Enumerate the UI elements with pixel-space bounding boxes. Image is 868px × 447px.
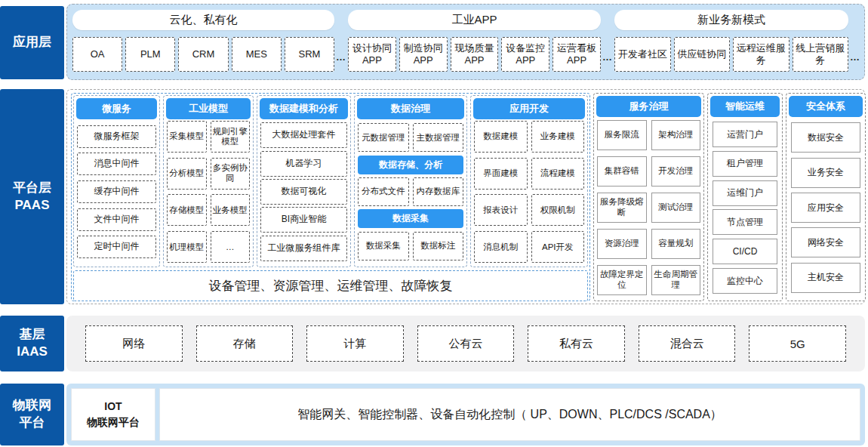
iaas-layer-label: 基层 IAAS: [0, 316, 64, 371]
paas-item: 数据建模: [474, 121, 528, 153]
app-layer-label: 应用层: [0, 6, 64, 79]
paas-item: 故障定界定位: [597, 265, 647, 295]
paas-item: 租户管理: [713, 151, 777, 177]
app-group-new-business: 新业务新模式 开发者社区 供应链协同 远程运维服务 线上营销服务: [614, 10, 848, 72]
app-layer-panel: 云化、私有化 OA PLM CRM MES SRM … 工业APP 设计协同AP…: [66, 4, 865, 80]
app-item: 现场质量APP: [451, 37, 499, 72]
paas-item: 报表设计: [474, 194, 528, 226]
iaas-layer-label-line1: 基层: [20, 326, 45, 344]
iot-layer-label-line2: 平台: [20, 415, 45, 432]
paas-item: …: [211, 231, 251, 263]
iot-platform-box-line2: 物联网平台: [87, 415, 140, 430]
app-layer-label-text: 应用层: [13, 34, 51, 51]
paas-item: 消息中间件: [77, 153, 156, 175]
paas-item: 元数据管理: [358, 123, 409, 152]
paas-item: 定时中间件: [77, 236, 156, 258]
data-collection-subheader: 数据采集: [358, 209, 463, 228]
paas-item: BI商业智能: [260, 207, 347, 233]
paas-item: 数据安全: [791, 122, 860, 153]
iaas-item: 5G: [749, 325, 846, 362]
column-security-header: 安全体系: [789, 96, 863, 117]
paas-item: 架构治理: [651, 120, 701, 150]
ellipsis: …: [334, 51, 348, 63]
app-group-cloud: 云化、私有化 OA PLM CRM MES SRM: [72, 10, 334, 72]
column-data-governance: 数据治理 元数据管理 主数据管理 数据存储、分析 分布式文件 内存数据库 数据采…: [354, 95, 467, 267]
app-item: 设备监控APP: [501, 37, 549, 72]
column-microservice-header: 微服务: [76, 98, 157, 119]
column-industrial-model-header: 工业模型: [166, 98, 251, 119]
paas-item: 界面建模: [474, 158, 528, 190]
paas-item: 服务限流: [597, 120, 647, 150]
column-industrial-model: 工业模型 采集模型 规则引擎模型 分析模型 多实例协同 存储模型 业务模型 机理…: [163, 95, 254, 267]
app-item: CRM: [178, 37, 228, 72]
paas-item: 运维门户: [713, 180, 777, 206]
paas-item: 数据标注: [413, 232, 464, 260]
app-item: 设计协同APP: [348, 37, 396, 72]
paas-item: 运营门户: [713, 122, 777, 147]
iaas-item: 公有云: [417, 325, 515, 362]
column-security: 安全体系 数据安全 业务安全 应用安全 网络安全 主机安全: [786, 93, 866, 301]
app-group-cloud-title: 云化、私有化: [72, 10, 334, 30]
column-data-governance-header: 数据治理: [357, 98, 464, 119]
paas-item: 存储模型: [167, 194, 207, 226]
iaas-item: 私有云: [528, 325, 625, 362]
app-item: SRM: [285, 37, 334, 72]
data-governance-row: 元数据管理 主数据管理: [358, 123, 463, 152]
paas-item: API开发: [531, 231, 585, 263]
paas-item: 文件中间件: [77, 208, 156, 231]
iaas-item: 网络: [85, 325, 183, 362]
data-governance-row: 数据采集 数据标注: [358, 232, 463, 260]
column-service-governance: 服务治理 服务限流 架构治理 集群容错 开发治理 服务降级熔断 测试治理 资源治…: [593, 93, 704, 301]
column-intelligent-ops: 智能运维 运营门户 租户管理 运维门户 节点管理 CI/CD 监控中心: [707, 93, 783, 301]
paas-item: 分布式文件: [358, 177, 409, 206]
app-group-industrial-app: 工业APP 设计协同APP 制造协同APP 现场质量APP 设备监控APP 运营…: [348, 10, 601, 72]
column-data-modeling-body: 大数据处理套件 机器学习 数据可视化 BI商业智能 工业微服务组件库: [260, 119, 348, 264]
paas-item: 工业微服务组件库: [260, 236, 347, 261]
iot-layer-panel: IOT 物联网平台 智能网关、智能控制器、设备自动化控制（ UP、DOWN、PL…: [66, 384, 865, 445]
paas-left-group: 微服务 微服务框架 消息中间件 缓存中间件 文件中间件 定时中间件 工业模型 采…: [71, 93, 590, 301]
paas-layer-panel: 微服务 微服务框架 消息中间件 缓存中间件 文件中间件 定时中间件 工业模型 采…: [66, 89, 865, 304]
paas-item: 生命周期管理: [651, 265, 701, 295]
iaas-item: 计算: [306, 325, 404, 362]
paas-item: 应用安全: [791, 193, 860, 223]
paas-item: 容量规划: [651, 229, 701, 259]
iot-description-box: 智能网关、智能控制器、设备自动化控制（ UP、DOWN、PLC/DCS /SCA…: [159, 388, 860, 441]
paas-columns: 微服务 微服务框架 消息中间件 缓存中间件 文件中间件 定时中间件 工业模型 采…: [73, 95, 588, 267]
paas-item: 消息机制: [474, 231, 528, 263]
paas-item: 监控中心: [713, 268, 777, 294]
app-item: 线上营销服务: [793, 37, 849, 72]
app-group-industrial-app-title: 工业APP: [348, 10, 601, 30]
app-group-cloud-items: OA PLM CRM MES SRM: [72, 37, 334, 72]
column-data-modeling: 数据建模和分析 大数据处理套件 机器学习 数据可视化 BI商业智能 工业微服务组…: [257, 95, 351, 267]
paas-item: 测试治理: [651, 193, 701, 223]
paas-item: 数据采集: [358, 232, 409, 260]
paas-item: 开发治理: [651, 156, 701, 187]
iaas-item: 存储: [196, 325, 294, 362]
data-governance-row: 分布式文件 内存数据库: [358, 177, 463, 206]
paas-item: 分析模型: [167, 158, 207, 190]
app-item: MES: [232, 37, 282, 72]
app-item: 远程运维服务: [733, 37, 790, 72]
column-intelligent-ops-header: 智能运维: [710, 96, 780, 117]
iot-layer-label: 物联网 平台: [0, 384, 64, 445]
iaas-layer-panel: 网络 存储 计算 公有云 私有云 混合云 5G: [66, 316, 865, 371]
paas-layer-label: 平台层 PAAS: [0, 89, 64, 304]
app-item: 开发者社区: [614, 37, 671, 72]
paas-layer-label-line1: 平台层: [13, 180, 51, 197]
app-group-new-business-title: 新业务新模式: [614, 10, 848, 30]
paas-layer-label-line2: PAAS: [15, 197, 50, 214]
paas-item: 采集模型: [167, 121, 207, 153]
column-app-dev-header: 应用开发: [473, 98, 585, 119]
iaas-layer-label-line2: IAAS: [17, 344, 48, 361]
paas-item: 机器学习: [260, 151, 347, 177]
column-app-dev-body: 数据建模 业务建模 界面建模 流程建模 报表设计 权限机制 消息机制 API开发: [473, 119, 585, 264]
paas-item: 集群容错: [597, 156, 647, 187]
paas-item: 机理模型: [167, 231, 207, 263]
paas-item: 规则引擎模型: [211, 121, 251, 153]
paas-item: 主机安全: [791, 263, 860, 293]
ellipsis: …: [848, 51, 862, 63]
iaas-item: 混合云: [639, 325, 736, 362]
app-item: PLM: [125, 37, 175, 72]
column-service-governance-header: 服务治理: [596, 96, 701, 117]
data-storage-analysis-subheader: 数据存储、分析: [358, 156, 463, 174]
